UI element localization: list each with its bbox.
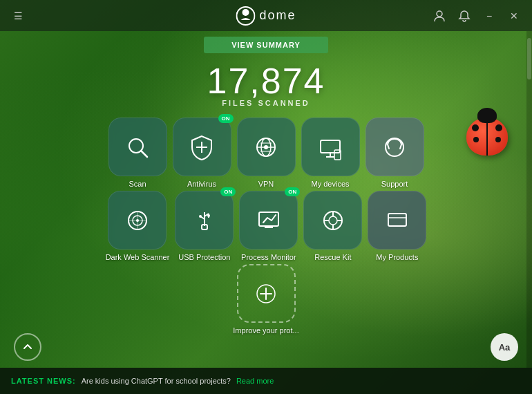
rescue-kit-icon-box <box>303 191 362 250</box>
minimize-button[interactable]: − <box>478 5 500 27</box>
my-devices-icon-box <box>301 118 360 176</box>
rescue-kit-label: Rescue Kit <box>314 253 351 261</box>
vpn-icon-container[interactable]: VPN <box>237 118 296 188</box>
account-button[interactable] <box>428 5 450 27</box>
rescue-kit-svg <box>318 205 348 236</box>
usb-protection-icon-box: ON <box>175 191 234 250</box>
svg-point-28 <box>199 215 202 218</box>
usb-on-badge: ON <box>220 187 236 196</box>
support-svg <box>379 132 410 162</box>
dark-web-scanner-icon-box <box>108 191 167 250</box>
icons-row-2: Dark Web Scanner ON USB Protection <box>106 191 427 261</box>
logo-icon <box>236 6 255 26</box>
svg-point-2 <box>437 11 442 17</box>
icons-row-1: Scan ON Antivirus <box>108 118 424 188</box>
svg-point-10 <box>264 145 268 149</box>
files-label: FILES SCANNED <box>0 99 532 107</box>
antivirus-on-badge: ON <box>218 114 234 123</box>
antivirus-icon-container[interactable]: ON Antivirus <box>173 118 231 188</box>
my-products-label: My Products <box>376 253 418 261</box>
my-products-icon-box <box>368 191 426 250</box>
text-size-button[interactable]: Aa <box>491 333 518 361</box>
dark-web-scanner-label: Dark Web Scanner <box>106 253 170 261</box>
svg-line-16 <box>388 144 389 149</box>
svg-rect-11 <box>321 140 340 153</box>
scan-icon-box <box>108 118 167 176</box>
logo-area: dome <box>236 6 296 26</box>
antivirus-icon-box: ON <box>173 118 231 176</box>
process-monitor-icon-box: ON <box>239 191 298 250</box>
add-protection-svg <box>254 281 278 306</box>
usb-protection-label: USB Protection <box>178 253 230 261</box>
add-protection-icon-container[interactable]: Improve your prot... <box>233 264 298 335</box>
svg-point-29 <box>207 214 210 217</box>
scrollbar-thumb <box>527 38 531 79</box>
my-devices-label: My devices <box>311 180 349 188</box>
scrollbar[interactable] <box>526 31 532 368</box>
close-button[interactable]: ✕ <box>503 5 525 27</box>
scan-label: Scan <box>129 180 146 188</box>
menu-button[interactable]: ☰ <box>7 5 29 27</box>
news-label: LATEST NEWS: <box>11 377 76 385</box>
dark-web-scanner-icon-container[interactable]: Dark Web Scanner <box>106 191 170 261</box>
vpn-svg <box>251 132 281 162</box>
process-monitor-svg <box>254 205 284 236</box>
vpn-icon-box <box>237 118 296 176</box>
scroll-up-button[interactable] <box>14 333 41 361</box>
stats-area: 17,874 FILES SCANNED <box>0 53 532 111</box>
scan-icon-container[interactable]: Scan <box>108 118 167 188</box>
rescue-kit-icon-container[interactable]: Rescue Kit <box>303 191 362 261</box>
dark-web-scanner-svg <box>122 205 153 236</box>
icons-grid: Scan ON Antivirus <box>0 111 532 341</box>
process-monitor-label: Process Monitor <box>241 253 296 261</box>
usb-protection-svg <box>189 205 220 236</box>
my-products-icon-container[interactable]: My Products <box>368 191 426 261</box>
bottom-right-controls: Aa <box>491 333 518 361</box>
support-label: Support <box>381 180 408 188</box>
news-text: Are kids using ChatGPT for school projec… <box>82 377 231 385</box>
icons-row-3: Improve your prot... <box>233 264 298 335</box>
add-protection-label: Improve your prot... <box>233 326 298 335</box>
svg-point-34 <box>329 216 337 225</box>
antivirus-label: Antivirus <box>187 180 216 188</box>
process-on-badge: ON <box>285 187 300 196</box>
svg-line-4 <box>141 151 147 157</box>
my-devices-svg <box>315 132 345 162</box>
my-devices-icon-container[interactable]: My devices <box>301 118 360 188</box>
files-count: 17,874 <box>0 60 532 102</box>
add-protection-icon-box <box>237 264 296 323</box>
process-monitor-icon-container[interactable]: ON Process Monitor <box>239 191 298 261</box>
bottom-left-controls <box>14 333 41 361</box>
summary-bar: VIEW SUMMARY <box>0 31 532 53</box>
up-arrow-icon <box>22 341 33 353</box>
vpn-label: VPN <box>258 180 274 188</box>
my-products-svg <box>382 205 412 236</box>
news-bar: LATEST NEWS: Are kids using ChatGPT for … <box>0 368 532 394</box>
svg-line-17 <box>400 144 401 149</box>
svg-rect-39 <box>388 214 406 226</box>
titlebar: ☰ dome − ✕ <box>0 0 532 31</box>
antivirus-svg <box>187 132 217 162</box>
usb-protection-icon-container[interactable]: ON USB Protection <box>175 191 234 261</box>
scan-svg <box>122 132 153 162</box>
support-icon-box <box>365 118 424 176</box>
read-more-link[interactable]: Read more <box>236 377 274 385</box>
notifications-button[interactable] <box>453 5 475 27</box>
logo-text: dome <box>259 8 296 23</box>
svg-point-1 <box>242 9 249 16</box>
support-icon-container[interactable]: Support <box>365 118 424 188</box>
view-summary-button[interactable]: VIEW SUMMARY <box>204 37 328 53</box>
